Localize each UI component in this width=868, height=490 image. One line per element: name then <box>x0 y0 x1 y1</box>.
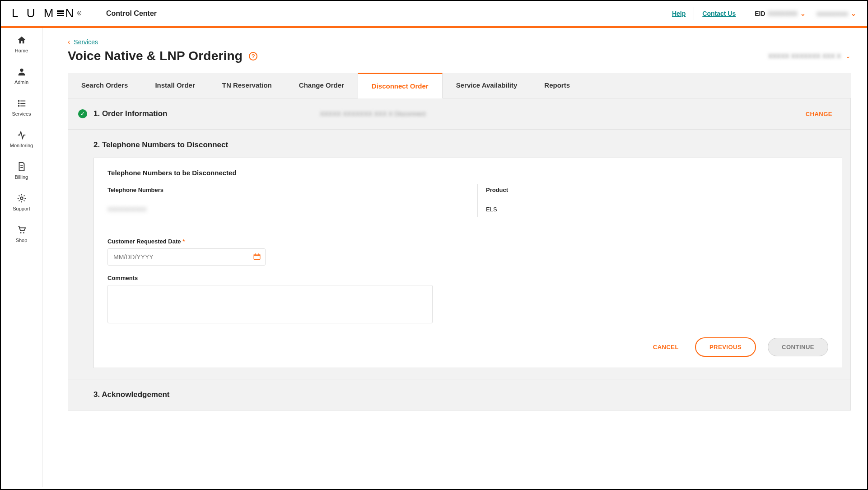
svg-point-5 <box>18 105 19 107</box>
nav-services[interactable]: Services <box>1 96 42 119</box>
page-help-icon[interactable]: ? <box>249 52 257 61</box>
home-icon <box>17 35 27 45</box>
date-label: Customer Requested Date * <box>107 238 828 245</box>
tab-reports[interactable]: Reports <box>531 73 583 98</box>
nav-home[interactable]: Home <box>1 33 42 56</box>
svg-point-8 <box>20 232 21 233</box>
chevron-down-icon: ⌄ <box>851 10 856 17</box>
activity-icon <box>17 130 27 140</box>
comments-label: Comments <box>107 275 828 281</box>
check-circle-icon: ✓ <box>78 109 87 118</box>
svg-rect-10 <box>254 254 260 260</box>
section-1-context: XXXXX XXXXXXX XXX X Disconnect <box>320 110 425 117</box>
continue-button: CONTINUE <box>768 338 828 356</box>
user-icon <box>17 67 27 77</box>
context-dropdown[interactable]: XXXXX XXXXXXX XXX X ⌄ <box>768 52 851 60</box>
change-button[interactable]: CHANGE <box>806 111 832 117</box>
breadcrumb: ‹ Services <box>68 38 851 46</box>
nav-admin-label: Admin <box>14 79 28 85</box>
tab-service-availability[interactable]: Service Availability <box>443 73 531 98</box>
section-3-title: 3. Acknowledgement <box>93 390 842 399</box>
nav-home-label: Home <box>15 48 28 53</box>
help-link[interactable]: Help <box>664 10 694 17</box>
col-head-product: Product <box>486 184 822 201</box>
eid-dropdown[interactable]: EID XXXXXXX ⌄ <box>755 10 806 17</box>
tab-search-orders[interactable]: Search Orders <box>68 73 141 98</box>
logo-e-glyph-icon <box>57 9 64 17</box>
table-row-product: ELS <box>486 201 822 217</box>
table-row-tn: XXXXXXXXXX <box>107 201 472 217</box>
tab-tn-reservation[interactable]: TN Reservation <box>209 73 285 98</box>
context-value: XXXXX XXXXXXX XXX X <box>768 52 841 60</box>
chevron-down-icon: ⌄ <box>800 10 806 17</box>
invoice-icon <box>17 162 27 172</box>
brand-logo: L U M N® <box>12 6 81 20</box>
section-2-title: 2. Telephone Numbers to Disconnect <box>93 140 842 149</box>
comments-input[interactable] <box>107 285 433 323</box>
user-dropdown[interactable]: xxxxxxxxx ⌄ <box>817 10 856 17</box>
chevron-left-icon: ‹ <box>68 38 70 46</box>
cart-icon <box>17 225 27 235</box>
user-value: xxxxxxxxx <box>817 10 848 17</box>
section-order-information: ✓ 1. Order Information XXXXX XXXXXXX XXX… <box>68 98 850 130</box>
topbar: L U M N® Control Center Help Contact Us … <box>1 1 867 28</box>
section-acknowledgement: 3. Acknowledgement <box>68 379 850 410</box>
contact-link[interactable]: Contact Us <box>694 10 744 17</box>
previous-button[interactable]: PREVIOUS <box>695 337 756 357</box>
svg-rect-4 <box>20 103 25 104</box>
svg-point-9 <box>23 232 24 233</box>
tab-change-order[interactable]: Change Order <box>285 73 358 98</box>
nav-monitoring-label: Monitoring <box>10 143 33 148</box>
date-label-text: Customer Requested Date <box>107 238 181 245</box>
nav-services-label: Services <box>12 111 31 117</box>
top-links: Help Contact Us <box>664 7 744 20</box>
svg-point-3 <box>18 103 19 104</box>
svg-point-1 <box>18 100 19 102</box>
required-icon: * <box>182 238 185 245</box>
nav-support[interactable]: Support <box>1 191 42 214</box>
tab-install-order[interactable]: Install Order <box>141 73 208 98</box>
tab-disconnect-order[interactable]: Disconnect Order <box>358 73 443 98</box>
nav-shop-label: Shop <box>16 238 28 243</box>
page-title: Voice Native & LNP Ordering <box>68 49 243 63</box>
nav-monitoring[interactable]: Monitoring <box>1 127 42 151</box>
eid-value: XXXXXXX <box>768 10 798 17</box>
cancel-button[interactable]: CANCEL <box>649 338 683 356</box>
customer-requested-date-input[interactable] <box>107 248 266 266</box>
section-1-title: 1. Order Information <box>93 109 167 118</box>
main-content: ‹ Services Voice Native & LNP Ordering ?… <box>42 28 867 487</box>
section-telephone-numbers: 2. Telephone Numbers to Disconnect Telep… <box>68 130 850 379</box>
breadcrumb-services[interactable]: Services <box>74 38 98 46</box>
col-head-tn: Telephone Numbers <box>107 184 472 201</box>
gear-icon <box>17 193 27 203</box>
nav-billing-label: Billing <box>15 174 28 180</box>
nav-admin[interactable]: Admin <box>1 64 42 88</box>
calendar-icon[interactable] <box>253 252 261 263</box>
svg-point-7 <box>20 197 23 200</box>
nav-billing[interactable]: Billing <box>1 159 42 182</box>
svg-rect-6 <box>20 106 25 107</box>
tabs: Search Orders Install Order TN Reservati… <box>68 73 851 98</box>
svg-rect-2 <box>20 101 25 102</box>
nav-shop[interactable]: Shop <box>1 222 42 246</box>
svg-point-0 <box>20 69 23 72</box>
list-icon <box>17 98 27 108</box>
app-title: Control Center <box>106 9 157 18</box>
tn-card: Telephone Numbers to be Disconnected Tel… <box>93 158 842 368</box>
wizard-panel: ✓ 1. Order Information XXXXX XXXXXXX XXX… <box>68 98 851 411</box>
nav-support-label: Support <box>13 206 30 211</box>
card-title: Telephone Numbers to be Disconnected <box>107 169 828 177</box>
tn-table: Telephone Numbers XXXXXXXXXX Product ELS <box>107 184 828 217</box>
eid-label: EID <box>755 10 765 17</box>
chevron-down-icon: ⌄ <box>845 52 851 60</box>
sidenav: Home Admin Services Monitoring Billing S… <box>1 28 42 487</box>
